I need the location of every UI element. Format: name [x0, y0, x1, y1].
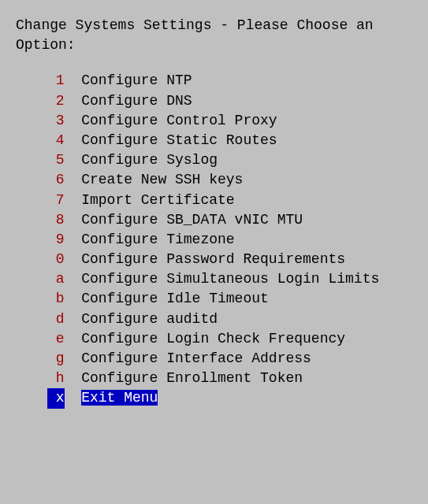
spacer — [65, 369, 82, 388]
menu-item-key: 1 — [47, 71, 65, 91]
spacer — [65, 250, 82, 269]
menu-item-key: 3 — [47, 111, 65, 131]
menu-item-label: Configure DNS — [81, 93, 192, 109]
menu-item-key: e — [47, 329, 65, 349]
menu-item-label: Configure Simultaneous Login Limits — [81, 271, 379, 287]
spacer — [65, 71, 82, 91]
menu-item[interactable]: h Configure Enrollment Token — [47, 369, 412, 388]
menu-item-label: Configure Interface Address — [81, 350, 311, 366]
menu-item[interactable]: 7 Import Certificate — [47, 191, 412, 210]
menu-item-label: Exit Menu — [81, 390, 158, 406]
menu-item[interactable]: 8 Configure SB_DATA vNIC MTU — [47, 210, 412, 230]
menu-item-key: 6 — [47, 170, 65, 190]
menu-item-key: d — [47, 309, 65, 329]
spacer — [65, 170, 82, 190]
menu-item[interactable]: x Exit Menu — [47, 388, 412, 408]
menu-item-key: 8 — [47, 210, 65, 230]
menu-item-label: Create New SSH keys — [81, 172, 243, 187]
menu-item-key: 2 — [47, 91, 65, 111]
menu-item-label: Configure Login Check Frequency — [81, 331, 345, 346]
spacer — [65, 150, 82, 170]
spacer — [65, 289, 82, 309]
menu-item[interactable]: d Configure auditd — [47, 309, 412, 329]
menu-item[interactable]: e Configure Login Check Frequency — [47, 329, 412, 349]
menu-item[interactable]: g Configure Interface Address — [47, 349, 412, 369]
menu-item[interactable]: 2 Configure DNS — [47, 91, 412, 111]
spacer — [65, 91, 82, 111]
menu-item[interactable]: 4 Configure Static Routes — [47, 131, 412, 150]
menu-item-label: Configure Timezone — [81, 232, 234, 247]
menu-item-label: Configure SB_DATA vNIC MTU — [81, 212, 303, 228]
spacer — [65, 111, 82, 131]
menu-list: 1 Configure NTP2 Configure DNS3 Configur… — [47, 71, 412, 408]
menu-item-key: h — [47, 369, 65, 388]
spacer — [65, 131, 82, 150]
spacer — [65, 309, 82, 329]
menu-item-key: b — [47, 289, 65, 309]
menu-item-label: Configure Password Requirements — [81, 251, 345, 267]
menu-item[interactable]: 1 Configure NTP — [47, 71, 412, 91]
menu-item[interactable]: 3 Configure Control Proxy — [47, 111, 412, 131]
menu-item-label: Configure NTP — [81, 72, 192, 88]
spacer — [65, 210, 82, 230]
menu-item[interactable]: 0 Configure Password Requirements — [47, 250, 412, 269]
menu-item-key: 9 — [47, 230, 65, 250]
spacer — [65, 349, 82, 369]
menu-title: Change Systems Settings - Please Choose … — [16, 16, 412, 55]
menu-item[interactable]: b Configure Idle Timeout — [47, 289, 412, 309]
spacer — [65, 191, 82, 210]
menu-item-key: g — [47, 349, 65, 369]
menu-item-key: 0 — [47, 250, 65, 269]
menu-item-label: Configure Enrollment Token — [81, 370, 303, 386]
menu-item-key: 4 — [47, 131, 65, 150]
menu-item-key: 5 — [47, 150, 65, 170]
menu-item-label: Configure Idle Timeout — [81, 291, 269, 306]
menu-item[interactable]: 6 Create New SSH keys — [47, 170, 412, 190]
menu-item-key: a — [47, 269, 65, 289]
menu-item[interactable]: 9 Configure Timezone — [47, 230, 412, 250]
menu-item[interactable]: 5 Configure Syslog — [47, 150, 412, 170]
spacer — [65, 269, 82, 289]
menu-item-label: Configure Control Proxy — [81, 113, 277, 128]
spacer — [65, 329, 82, 349]
menu-item-label: Import Certificate — [81, 192, 234, 208]
menu-item-key: x — [47, 388, 65, 408]
menu-item[interactable]: a Configure Simultaneous Login Limits — [47, 269, 412, 289]
menu-item-label: Configure Syslog — [81, 152, 218, 168]
menu-item-label: Configure Static Routes — [81, 132, 277, 148]
spacer — [65, 388, 82, 408]
menu-item-key: 7 — [47, 191, 65, 210]
menu-item-label: Configure auditd — [81, 311, 218, 327]
spacer — [65, 230, 82, 250]
